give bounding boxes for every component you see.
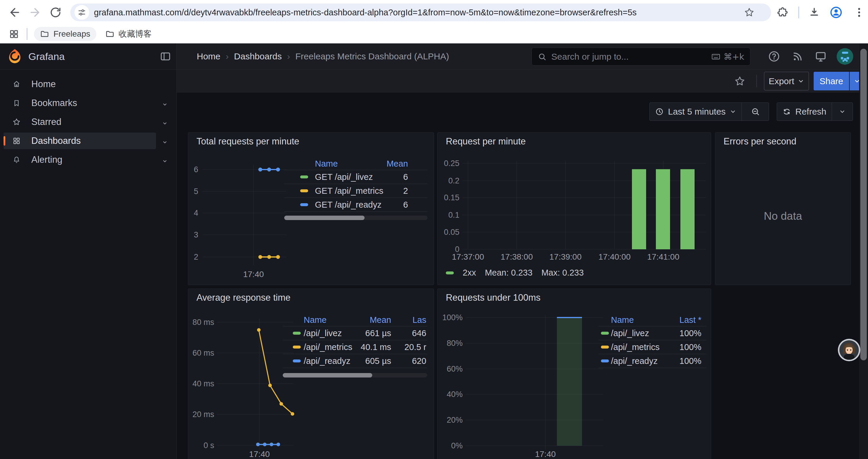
scrollbar-thumb[interactable] (860, 49, 867, 360)
legend-hscrollbar[interactable] (283, 373, 427, 378)
no-data-label: No data (715, 210, 850, 222)
legend-row[interactable]: /api/_readyz605 µs620 (283, 354, 427, 368)
series-color-pill (601, 346, 609, 349)
refresh-icon (782, 107, 791, 116)
legend-col-name[interactable]: Name (611, 315, 634, 325)
series-value: 2 (403, 186, 408, 196)
brand-label[interactable]: Grafana (28, 43, 65, 69)
refresh-button[interactable]: Refresh (777, 103, 832, 121)
grafana-logo-icon[interactable] (8, 48, 22, 65)
search-tune-icon[interactable] (74, 5, 89, 20)
legend-row[interactable]: /api/_readyz100% (598, 354, 706, 368)
chevron-down-icon[interactable] (161, 119, 168, 129)
back-icon[interactable] (8, 6, 21, 19)
svg-text:17:37:00: 17:37:00 (452, 252, 484, 261)
sidebar-nav: Home Bookmarks Starred (0, 70, 177, 459)
breadcrumb-dashboards[interactable]: Dashboards (234, 52, 282, 61)
chevron-down-icon (839, 108, 845, 115)
legend-row[interactable]: GET /api/_livez6 (284, 170, 428, 184)
legend-row[interactable]: /api/_livez661 µs646 (283, 326, 427, 340)
legend-col-name[interactable]: Name (315, 159, 338, 169)
series-name: /api/_metrics (304, 342, 352, 352)
user-avatar[interactable] (837, 48, 853, 66)
profile-icon[interactable] (829, 5, 843, 20)
time-range-picker[interactable]: Last 5 minutes (650, 103, 742, 121)
page-scrollbar[interactable] (859, 43, 868, 459)
dock-sidebar-toggle-icon[interactable] (159, 51, 172, 64)
monitor-icon[interactable] (814, 49, 828, 64)
request-per-minute-chart[interactable]: 0.250.20.150.10.05017:37:0017:38:0017:39… (438, 133, 711, 285)
sidebar-item-starred[interactable]: Starred (4, 114, 156, 130)
apps-grid-icon[interactable] (9, 29, 19, 39)
search-box[interactable]: ⌘+k (531, 47, 750, 66)
panel-total-requests: Total requests per minute 6543217:40 Nam… (188, 132, 434, 285)
series-color-pill (601, 359, 609, 362)
export-button[interactable]: Export (764, 72, 809, 90)
zoom-out-button[interactable] (742, 103, 769, 121)
grafana-app: Grafana Home › Dashboards › Freeleaps Me… (0, 43, 868, 459)
bookmark-folder-blogs[interactable]: 收藏博客 (99, 27, 158, 41)
star-icon (12, 118, 21, 126)
news-rss-icon[interactable] (790, 49, 805, 64)
chevron-down-icon[interactable] (161, 137, 168, 148)
bookmark-folder-freeleaps[interactable]: Freeleaps (34, 27, 96, 41)
bookmark-star-icon[interactable] (744, 7, 754, 19)
chevron-down-icon[interactable] (161, 156, 168, 167)
scrollbar-thumb[interactable] (284, 216, 365, 220)
sidebar-item-bookmarks[interactable]: Bookmarks (4, 95, 156, 111)
address-bar[interactable]: grafana.mathmast.com/d/deytv4rwavabkb/fr… (70, 4, 771, 21)
refresh-label: Refresh (795, 107, 826, 117)
svg-text:80 ms: 80 ms (192, 318, 214, 327)
legend-col-1[interactable]: Mean (370, 315, 391, 325)
series-value: 620 (412, 356, 426, 366)
downloads-icon[interactable] (808, 6, 820, 18)
legend-col-1[interactable]: Mean (386, 159, 408, 169)
browser-menu-icon[interactable] (853, 6, 865, 18)
url-text[interactable]: grafana.mathmast.com/d/deytv4rwavabkb/fr… (94, 4, 637, 21)
reload-icon[interactable] (49, 6, 62, 19)
favorite-star-icon[interactable] (734, 76, 745, 87)
legend-col-2[interactable]: Las (412, 315, 426, 325)
sidebar-item-label: Starred (31, 117, 61, 127)
bookmarks-divider (27, 28, 28, 40)
chevron-down-icon[interactable] (161, 100, 168, 110)
legend-row[interactable]: /api/_livez100% (598, 326, 706, 340)
legend-row[interactable]: /api/_metrics40.1 ms20.5 r (283, 340, 427, 354)
panel-title[interactable]: Errors per second (723, 136, 796, 147)
share-button[interactable]: Share (814, 72, 849, 90)
breadcrumb-separator: › (287, 52, 290, 61)
sidebar-item-label: Bookmarks (31, 98, 77, 108)
legend-row[interactable]: 2xx Mean: 0.233 Max: 0.233 (446, 268, 584, 277)
sidebar-item-alerting[interactable]: Alerting (4, 152, 156, 168)
sidebar-item-home[interactable]: Home (4, 76, 156, 93)
sidebar-item-dashboards[interactable]: Dashboards (4, 133, 156, 149)
legend-col-1[interactable]: Last * (680, 315, 701, 325)
series-color-pill (446, 271, 454, 274)
series-name: /api/_readyz (304, 356, 350, 366)
active-indicator (4, 136, 5, 145)
search-input[interactable] (551, 52, 711, 62)
chevron-down-icon (730, 108, 736, 115)
series-color-pill (300, 175, 308, 178)
screen: grafana.mathmast.com/d/deytv4rwavabkb/fr… (0, 0, 868, 459)
series-color-pill (601, 332, 609, 335)
legend-table: NameMeanLas/api/_livez661 µs646/api/_met… (283, 314, 427, 368)
breadcrumb-home[interactable]: Home (197, 52, 220, 61)
panel-request-per-minute: Request per minute 0.250.20.150.10.05017… (437, 132, 711, 285)
legend-row[interactable]: GET /api/_readyz6 (284, 198, 428, 212)
assistant-avatar[interactable] (838, 339, 860, 361)
forward-icon[interactable] (28, 6, 41, 19)
legend-row[interactable]: /api/_metrics100% (598, 340, 706, 354)
refresh-interval-dropdown[interactable] (832, 103, 852, 121)
help-icon[interactable] (767, 49, 781, 64)
legend-row[interactable]: GET /api/_metrics2 (284, 184, 428, 198)
svg-text:40%: 40% (447, 390, 463, 399)
series-name: /api/_livez (611, 328, 649, 338)
series-value: 661 µs (365, 328, 391, 338)
legend-hscrollbar[interactable] (284, 216, 428, 220)
svg-text:0.15: 0.15 (444, 193, 459, 202)
scrollbar-thumb[interactable] (283, 373, 372, 378)
extensions-icon[interactable] (777, 7, 788, 18)
legend-col-name[interactable]: Name (304, 315, 327, 325)
chevron-down-icon (798, 78, 804, 85)
